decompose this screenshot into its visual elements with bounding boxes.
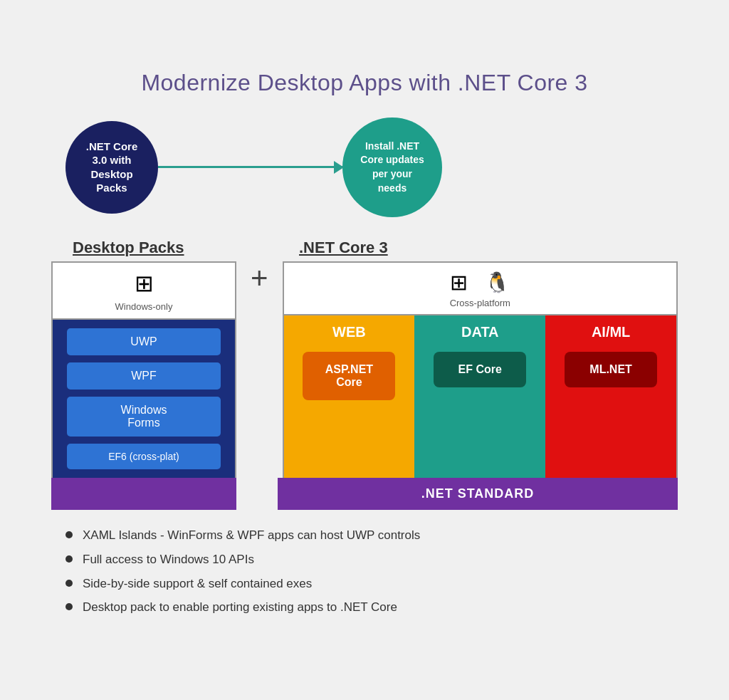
- windows-os-icon: ⊞: [450, 270, 468, 295]
- web-column: WEB ASP.NETCore: [284, 315, 415, 478]
- web-header: WEB: [332, 324, 366, 340]
- mlnet-badge: ML.NET: [565, 352, 657, 387]
- uwp-item: UWP: [67, 328, 221, 355]
- bullet-item-4: Desktop pack to enable porting existing …: [65, 599, 678, 616]
- bullet-item-1: XAML Islands - WinForms & WPF apps can h…: [65, 527, 678, 544]
- arrow-section: .NET Core3.0 withDesktopPacks Install .N…: [51, 117, 678, 217]
- bullet-dot-4: [65, 603, 73, 610]
- bullet-item-2: Full access to Windows 10 APIs: [65, 551, 678, 568]
- desktop-packs-label: Desktop Packs: [73, 239, 184, 256]
- bullets-section: XAML Islands - WinForms & WPF apps can h…: [51, 527, 678, 616]
- desktop-items: UWP WPF WindowsForms EF6 (cross-plat): [53, 320, 235, 478]
- right-circle: Install .NETCore updatesper yourneeds: [342, 117, 442, 217]
- os-icons: ⊞ 🐧: [450, 270, 510, 295]
- data-header: DATA: [461, 324, 499, 340]
- data-column: DATA EF Core: [414, 315, 545, 478]
- bullet-text-4: Desktop pack to enable porting existing …: [83, 599, 397, 616]
- bullet-dot-1: [65, 531, 73, 538]
- efcore-badge: EF Core: [434, 352, 526, 387]
- winforms-item: WindowsForms: [67, 397, 221, 437]
- slide-title: Modernize Desktop Apps with .NET Core 3: [51, 70, 678, 96]
- windows-only-section: ⊞ Windows-only: [53, 263, 235, 320]
- bullet-text-2: Full access to Windows 10 APIs: [83, 551, 254, 568]
- ef6-item: EF6 (cross-plat): [67, 444, 221, 469]
- desktop-packs-box: ⊞ Windows-only UWP WPF WindowsForms EF6 …: [51, 261, 236, 478]
- aspnet-badge: ASP.NETCore: [303, 352, 395, 400]
- label-row: Desktop Packs .NET Core 3: [51, 239, 678, 257]
- aiml-column: AI/ML ML.NET: [545, 315, 676, 478]
- wpf-item: WPF: [67, 362, 221, 390]
- bullet-text-1: XAML Islands - WinForms & WPF apps can h…: [83, 527, 420, 544]
- net-standard-row: .NET STANDARD: [51, 478, 678, 510]
- windows-logo-icon: ⊞: [60, 270, 228, 297]
- bullet-item-3: Side-by-side support & self contained ex…: [65, 575, 678, 592]
- slide: Modernize Desktop Apps with .NET Core 3 …: [23, 48, 706, 652]
- netcore-columns: WEB ASP.NETCore DATA EF Core AI/ML ML.NE…: [284, 315, 676, 478]
- net-core-box: ⊞ 🐧 Cross-platform WEB ASP.NETCore DATA: [283, 261, 678, 478]
- cross-platform-section: ⊞ 🐧 Cross-platform: [284, 263, 676, 315]
- arrow-line: [158, 166, 343, 168]
- diagram: ⊞ Windows-only UWP WPF WindowsForms EF6 …: [51, 261, 678, 510]
- net-core-label: .NET Core 3: [299, 239, 388, 256]
- bullet-dot-3: [65, 580, 73, 587]
- plus-sign: +: [236, 261, 283, 478]
- aiml-header: AI/ML: [592, 324, 630, 340]
- net-standard-bar: .NET STANDARD: [278, 478, 678, 510]
- linux-os-icon: 🐧: [485, 271, 510, 294]
- bullet-text-3: Side-by-side support & self contained ex…: [83, 575, 312, 592]
- bullet-dot-2: [65, 555, 73, 563]
- diagram-inner: ⊞ Windows-only UWP WPF WindowsForms EF6 …: [51, 261, 678, 478]
- left-circle: .NET Core3.0 withDesktopPacks: [65, 121, 158, 214]
- windows-only-text: Windows-only: [115, 301, 173, 312]
- cross-platform-text: Cross-platform: [450, 298, 510, 308]
